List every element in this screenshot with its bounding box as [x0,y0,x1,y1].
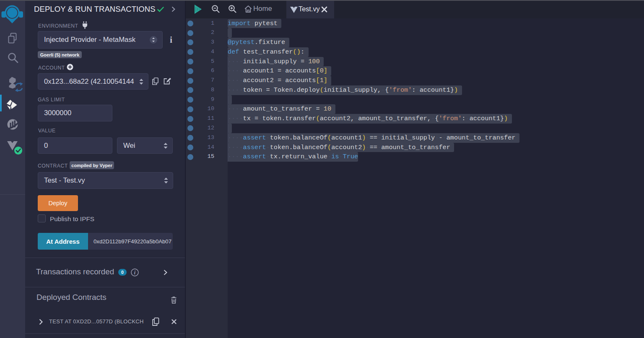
svg-text:i: i [134,270,136,276]
